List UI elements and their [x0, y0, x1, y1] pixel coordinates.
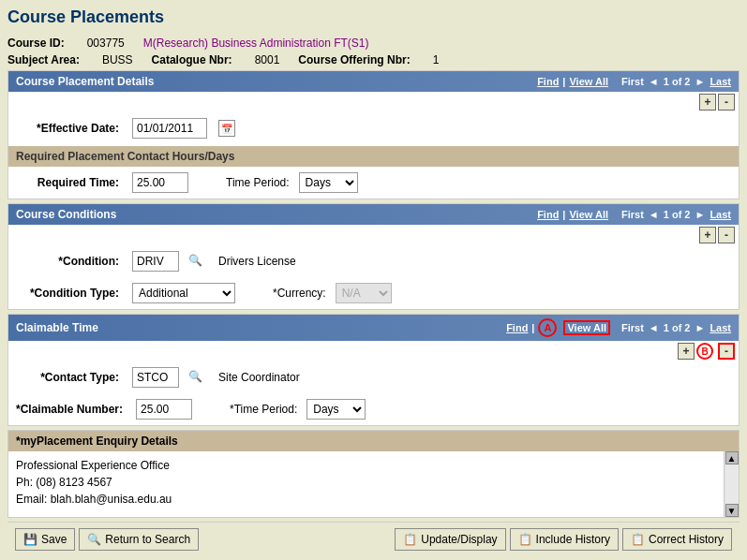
conditions-last[interactable]: Last: [710, 209, 731, 220]
contact-type-label: *Contact Type:: [16, 371, 119, 384]
placement-add-btn[interactable]: +: [699, 94, 716, 111]
condition-type-label: *Condition Type:: [16, 287, 119, 300]
claimable-prev-btn[interactable]: ◄: [648, 322, 660, 333]
enquiry-line1: Professional Experience Office: [16, 457, 731, 474]
claimable-number-input[interactable]: [136, 399, 192, 420]
condition-desc: Drivers License: [218, 255, 296, 268]
update-display-button[interactable]: 📋 Update/Display: [395, 528, 505, 551]
required-time-row: Required Time: Time Period: Days Hours W…: [8, 167, 739, 199]
condition-row: *Condition: 🔍 Drivers License: [8, 245, 739, 277]
effective-date-row: *Effective Date: 📅: [8, 112, 739, 144]
sep2: |: [562, 209, 565, 220]
history-icon: 📋: [518, 533, 532, 546]
enquiry-line3: Email: blah.blah@unisa.edu.au: [16, 491, 731, 508]
course-info-row2: Subject Area: BUSS Catalogue Nbr: 8001 C…: [7, 53, 740, 66]
required-time-label: Required Time:: [16, 176, 119, 189]
claimable-first: First: [621, 322, 644, 333]
placement-nav-controls: Find | View All First ◄ 1 of 2 ► Last: [537, 76, 731, 87]
enquiry-scrollbar: ▲ ▼: [724, 451, 739, 517]
claimable-header-title: Claimable Time: [16, 321, 98, 334]
claimable-next-btn[interactable]: ►: [694, 322, 706, 333]
claimable-last[interactable]: Last: [710, 322, 731, 333]
conditions-next-btn[interactable]: ►: [694, 209, 706, 220]
required-time-input[interactable]: [132, 172, 188, 193]
placement-find-link[interactable]: Find: [537, 76, 559, 87]
placement-header-title: Course Placement Details: [16, 75, 154, 88]
contact-type-input[interactable]: [132, 367, 179, 388]
placement-first-label: First: [621, 76, 644, 87]
placement-view-all-link[interactable]: View All: [569, 76, 608, 87]
claimable-find-link[interactable]: Find: [506, 322, 528, 333]
return-search-button[interactable]: 🔍 Return to Search: [79, 528, 199, 551]
enquiry-header: *myPlacement Enquiry Details: [8, 431, 739, 451]
annotation-a: A: [538, 318, 557, 337]
currency-select[interactable]: N/A: [336, 283, 392, 303]
claimable-add-btn[interactable]: +: [678, 343, 695, 360]
page-title: Course Placements: [7, 7, 740, 27]
course-conditions-header: Course Conditions Find | View All First …: [8, 204, 739, 225]
subject-area-value: BUSS: [102, 53, 133, 66]
conditions-prev-btn[interactable]: ◄: [648, 209, 660, 220]
enquiry-content: Professional Experience Office Ph: (08) …: [8, 451, 739, 517]
conditions-remove-btn[interactable]: -: [718, 227, 735, 243]
claimable-time-period-select[interactable]: Days Hours Weeks: [306, 399, 366, 420]
claimable-pagination: 1 of 2: [664, 322, 691, 333]
scroll-up-btn[interactable]: ▲: [725, 451, 739, 464]
condition-input[interactable]: [132, 251, 179, 272]
placement-add-remove-btns: + -: [699, 94, 735, 111]
page-wrapper: Course Placements Course ID: 003775 M(Re…: [0, 0, 747, 560]
update-icon: 📋: [403, 533, 417, 546]
subject-area-label: Subject Area:: [7, 53, 80, 66]
condition-type-row: *Condition Type: Additional Mandatory Op…: [8, 277, 739, 309]
save-button[interactable]: 💾 Save: [15, 528, 75, 551]
claimable-number-label: *Claimable Number:: [16, 403, 123, 416]
conditions-add-remove-btns: + -: [699, 227, 735, 243]
update-display-label: Update/Display: [421, 533, 497, 546]
calendar-icon[interactable]: 📅: [218, 120, 235, 137]
include-history-label: Include History: [536, 533, 610, 546]
claimable-time-section: Claimable Time Find | A View All First ◄…: [7, 314, 740, 426]
footer-left-buttons: 💾 Save 🔍 Return to Search: [15, 528, 199, 551]
conditions-find-link[interactable]: Find: [537, 209, 559, 220]
time-period-label: Time Period:: [226, 176, 290, 189]
correct-history-button[interactable]: 📋 Correct History: [622, 528, 732, 551]
save-icon: 💾: [23, 533, 37, 546]
condition-search-icon[interactable]: 🔍: [188, 254, 203, 269]
claimable-add-remove-btns: + B -: [678, 343, 735, 360]
conditions-first: First: [621, 209, 644, 220]
condition-label: *Condition:: [16, 255, 119, 268]
footer-right-buttons: 📋 Update/Display 📋 Include History 📋 Cor…: [395, 528, 732, 551]
placement-remove-btn[interactable]: -: [718, 94, 735, 111]
placement-pagination: 1 of 2: [664, 76, 691, 87]
contact-type-search-icon[interactable]: 🔍: [188, 370, 203, 385]
catalogue-value: 8001: [255, 53, 280, 66]
conditions-header-title: Course Conditions: [16, 208, 116, 221]
time-period-select[interactable]: Days Hours Weeks: [299, 172, 358, 193]
claimable-time-period-label: *Time Period:: [230, 403, 297, 416]
currency-label: *Currency:: [273, 287, 326, 300]
placement-prev-btn[interactable]: ◄: [648, 76, 660, 87]
catalogue-label: Catalogue Nbr:: [152, 53, 232, 66]
placement-next-btn[interactable]: ►: [694, 76, 706, 87]
scroll-down-btn[interactable]: ▼: [725, 504, 739, 517]
claimable-remove-btn[interactable]: -: [718, 343, 735, 360]
effective-date-input[interactable]: [132, 118, 207, 139]
correct-icon: 📋: [631, 533, 645, 546]
contact-type-row: *Contact Type: 🔍 Site Coordinator: [8, 361, 739, 393]
claimable-nav-controls: Find | A View All First ◄ 1 of 2 ► Last: [506, 318, 731, 337]
condition-type-select[interactable]: Additional Mandatory Optional: [132, 283, 235, 303]
correct-history-label: Correct History: [649, 533, 724, 546]
course-name-link[interactable]: M(Research) Business Administration FT(S…: [143, 37, 369, 50]
course-id-value: 003775: [87, 37, 125, 50]
enquiry-line2: Ph: (08) 8123 4567: [16, 474, 731, 491]
conditions-add-btn[interactable]: +: [699, 227, 716, 243]
footer-bar: 💾 Save 🔍 Return to Search 📋 Update/Displ…: [7, 522, 740, 556]
include-history-button[interactable]: 📋 Include History: [510, 528, 619, 551]
placement-last-label[interactable]: Last: [710, 76, 731, 87]
save-label: Save: [41, 533, 67, 546]
enquiry-content-wrapper: Professional Experience Office Ph: (08) …: [8, 451, 739, 517]
placement-details-header: Course Placement Details Find | View All…: [8, 71, 739, 92]
claimable-view-all-link[interactable]: View All: [563, 320, 610, 335]
return-search-label: Return to Search: [105, 533, 190, 546]
conditions-view-all-link[interactable]: View All: [569, 209, 608, 220]
